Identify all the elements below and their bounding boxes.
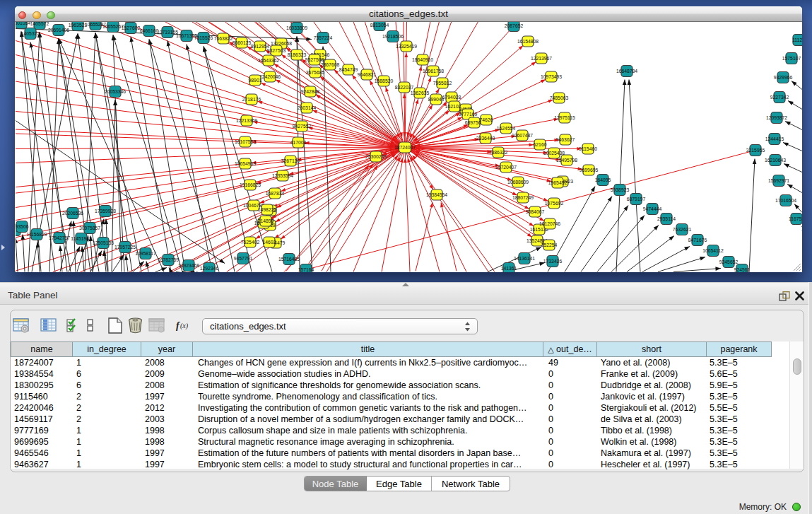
svg-text:1405372: 1405372 <box>20 30 40 35</box>
svg-text:12975115: 12975115 <box>554 115 575 119</box>
svg-text:8322037: 8322037 <box>394 84 413 89</box>
svg-text:20691406: 20691406 <box>47 27 69 32</box>
svg-text:1801054: 1801054 <box>16 22 30 25</box>
svg-text:2087652: 2087652 <box>504 23 523 28</box>
svg-text:9327503: 9327503 <box>266 47 286 52</box>
svg-text:9777169: 9777169 <box>458 111 477 116</box>
svg-text:10719155: 10719155 <box>156 29 177 34</box>
svg-text:18640910: 18640910 <box>411 57 433 62</box>
svg-text:9646821: 9646821 <box>357 71 376 76</box>
svg-text:(x): (x) <box>180 322 189 330</box>
svg-text:9329966: 9329966 <box>773 74 792 79</box>
svg-text:10025438: 10025438 <box>543 150 564 155</box>
svg-text:93506: 93506 <box>16 223 29 228</box>
svg-text:17016504: 17016504 <box>775 197 796 202</box>
svg-text:10607487: 10607487 <box>511 132 532 137</box>
svg-text:141361: 141361 <box>500 265 517 270</box>
svg-text:98901: 98901 <box>248 77 261 82</box>
svg-text:9242848: 9242848 <box>300 88 319 93</box>
svg-text:17957225: 17957225 <box>114 244 135 249</box>
svg-text:15495798: 15495798 <box>555 157 577 162</box>
svg-text:8471676: 8471676 <box>688 237 707 242</box>
svg-text:7625402: 7625402 <box>240 239 259 244</box>
svg-text:17359928: 17359928 <box>94 208 115 213</box>
svg-text:1575107: 1575107 <box>782 55 801 60</box>
svg-text:214899: 214899 <box>257 218 273 223</box>
svg-text:1733426: 1733426 <box>543 258 562 263</box>
svg-text:6794028: 6794028 <box>442 94 461 99</box>
svg-text:1498225: 1498225 <box>257 206 276 211</box>
svg-text:18807249: 18807249 <box>512 194 533 199</box>
svg-text:5938923: 5938923 <box>610 187 629 192</box>
svg-text:20053346: 20053346 <box>104 88 125 93</box>
svg-text:17942757: 17942757 <box>48 235 69 240</box>
svg-text:16033809: 16033809 <box>286 25 307 30</box>
svg-text:16120746: 16120746 <box>539 221 560 226</box>
svg-text:9084067: 9084067 <box>525 209 544 214</box>
svg-text:7632621: 7632621 <box>672 226 691 231</box>
svg-text:9227342: 9227342 <box>770 94 789 99</box>
svg-text:924561: 924561 <box>734 267 750 271</box>
svg-text:16543362: 16543362 <box>257 57 278 62</box>
svg-text:14136141: 14136141 <box>513 255 534 260</box>
svg-text:11451947: 11451947 <box>71 235 92 240</box>
svg-text:2336448: 2336448 <box>476 135 495 140</box>
svg-text:8660125: 8660125 <box>232 40 251 45</box>
svg-text:1965492: 1965492 <box>548 180 567 185</box>
svg-text:1362635: 1362635 <box>410 90 429 95</box>
svg-text:164095: 164095 <box>594 177 611 182</box>
svg-text:74626: 74626 <box>479 117 493 122</box>
svg-text:8427552: 8427552 <box>292 123 311 128</box>
svg-text:16782759: 16782759 <box>157 257 178 262</box>
svg-text:19166825: 19166825 <box>239 182 260 187</box>
svg-text:2718176: 2718176 <box>242 96 261 101</box>
svg-text:6466160: 6466160 <box>139 28 158 33</box>
svg-text:2603144: 2603144 <box>297 105 316 110</box>
svg-text:7955812: 7955812 <box>433 80 452 85</box>
svg-text:11156829: 11156829 <box>26 231 47 236</box>
svg-text:8454749: 8454749 <box>339 66 358 71</box>
svg-text:1405572: 1405572 <box>30 22 49 26</box>
svg-text:3215955: 3215955 <box>746 147 765 152</box>
svg-text:2867608: 2867608 <box>320 62 339 66</box>
svg-text:25300235: 25300235 <box>365 153 386 158</box>
svg-text:15716485: 15716485 <box>278 256 299 261</box>
svg-text:10688609: 10688609 <box>507 179 528 184</box>
svg-text:9474444: 9474444 <box>642 206 661 211</box>
svg-text:10958117: 10958117 <box>135 250 156 255</box>
svg-text:8186323: 8186323 <box>287 52 306 57</box>
svg-text:16154808: 16154808 <box>517 38 538 43</box>
svg-text:116753: 116753 <box>788 216 801 221</box>
svg-text:7485063: 7485063 <box>549 95 568 100</box>
svg-text:417004: 417004 <box>290 139 306 144</box>
svg-text:3267130: 3267130 <box>281 158 300 163</box>
svg-text:12923468: 12923468 <box>177 262 199 267</box>
svg-text:12213967: 12213967 <box>530 55 551 60</box>
svg-text:16961758: 16961758 <box>422 68 443 73</box>
svg-text:8813054: 8813054 <box>370 22 389 27</box>
svg-text:7663822: 7663822 <box>213 35 233 40</box>
svg-text:9457791: 9457791 <box>233 255 252 260</box>
svg-text:9527508: 9527508 <box>305 57 324 62</box>
svg-text:30975857: 30975857 <box>78 225 100 230</box>
svg-text:1687834: 1687834 <box>265 190 284 195</box>
svg-text:1527602: 1527602 <box>121 25 140 30</box>
svg-text:1244415: 1244415 <box>765 136 784 141</box>
svg-text:2935114: 2935114 <box>657 216 676 221</box>
svg-text:19654963: 19654963 <box>234 160 255 165</box>
svg-text:22420046: 22420046 <box>259 74 280 78</box>
svg-text:16210643: 16210643 <box>764 157 785 162</box>
svg-text:12353594: 12353594 <box>271 173 293 177</box>
svg-text:7515526: 7515526 <box>194 35 213 40</box>
svg-text:15692971: 15692971 <box>767 177 789 182</box>
svg-text:7386322: 7386322 <box>488 149 507 154</box>
svg-text:19384554: 19384554 <box>425 192 447 197</box>
svg-text:9115460: 9115460 <box>579 146 597 151</box>
svg-text:252254: 252254 <box>541 242 557 247</box>
svg-text:14692: 14692 <box>262 239 276 244</box>
svg-text:1075692: 1075692 <box>544 200 563 205</box>
svg-text:11123: 11123 <box>792 37 802 42</box>
svg-text:16648784: 16648784 <box>616 68 637 73</box>
svg-text:1588520: 1588520 <box>374 78 393 83</box>
svg-text:62160: 62160 <box>533 141 546 146</box>
